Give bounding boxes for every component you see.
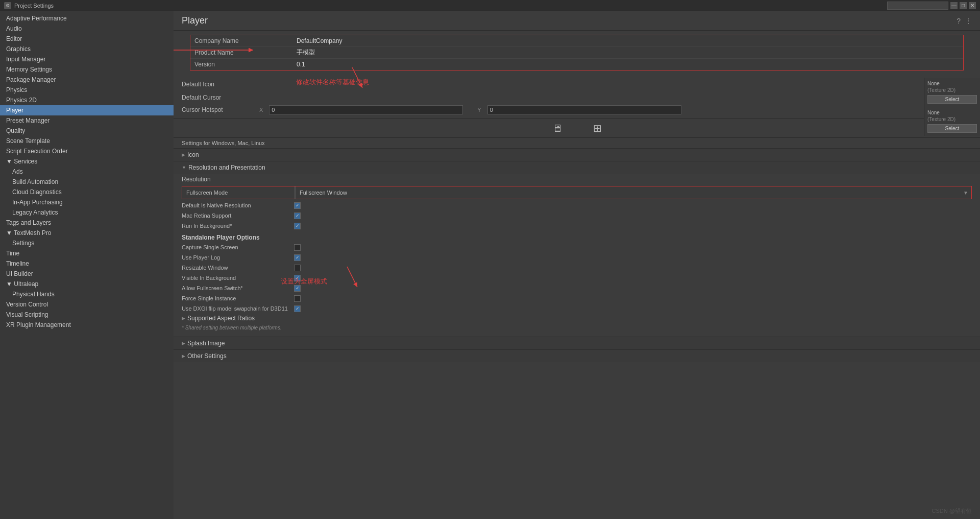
sidebar-item-input-manager[interactable]: Input Manager	[0, 54, 174, 64]
sidebar-item-scene-template[interactable]: Scene Template	[0, 136, 174, 146]
sidebar-item-memory-settings[interactable]: Memory Settings	[0, 64, 174, 75]
platform-tab-desktop[interactable]: 🖥	[552, 123, 562, 134]
sidebar-label-build-automation: Build Automation	[12, 178, 58, 185]
cursor-x-input[interactable]	[269, 105, 463, 114]
resizable-window-label: Resizable Window	[182, 265, 294, 271]
sidebar-item-tags-layers[interactable]: Tags and Layers	[0, 218, 174, 228]
sidebar-label-in-app-purchasing: In-App Purchasing	[12, 199, 63, 206]
sidebar-label-package-manager: Package Manager	[6, 76, 56, 83]
sidebar-item-xr-plugin[interactable]: XR Plugin Management	[0, 320, 174, 330]
sidebar-item-ui-builder[interactable]: UI Builder	[0, 269, 174, 279]
aspect-ratios-row[interactable]: ▶ Supported Aspect Ratios	[182, 314, 972, 323]
dxgi-flip-label: Use DXGI flip model swapchain for D3D11	[182, 305, 294, 312]
help-button[interactable]: ?	[957, 17, 961, 25]
run-in-background-label: Run In Background*	[182, 223, 294, 229]
main-container: Adaptive Performance Audio Editor Graphi…	[0, 11, 980, 519]
cursor-hotspot-row: Cursor Hotspot X Y	[174, 103, 980, 116]
sidebar-item-in-app-purchasing[interactable]: In-App Purchasing	[0, 197, 174, 207]
resolution-title: Resolution	[182, 174, 972, 185]
sidebar-item-script-execution[interactable]: Script Execution Order	[0, 146, 174, 156]
sidebar-item-ads[interactable]: Ads	[0, 167, 174, 177]
sidebar-item-editor[interactable]: Editor	[0, 34, 174, 44]
mac-retina-checkbox[interactable]: ✓	[294, 213, 301, 219]
fullscreen-mode-select[interactable]: Fullscreen Window Exclusive Fullscreen M…	[295, 186, 960, 199]
shared-note: * Shared setting between multiple platfo…	[182, 323, 972, 333]
app-title: Project Settings	[14, 3, 54, 9]
platform-tabs: 🖥 ⊞	[174, 119, 980, 138]
sidebar-label-adaptive: Adaptive Performance	[6, 15, 67, 22]
sidebar-label-visual-scripting: Visual Scripting	[6, 311, 48, 318]
other-settings-header[interactable]: ▶ Other Settings	[174, 349, 980, 362]
resolution-section-header[interactable]: ▼ Resolution and Presentation	[174, 161, 980, 174]
icon-section-header[interactable]: ▶ Icon	[174, 148, 980, 161]
visible-in-background-checkbox[interactable]: ✓	[294, 275, 301, 281]
allow-fullscreen-switch-checkbox[interactable]: ✓	[294, 285, 301, 292]
cb-visible-in-background: Visible In Background ✓	[182, 273, 972, 283]
platform-icon-desktop: 🖥	[552, 123, 562, 134]
splash-image-header[interactable]: ▶ Splash Image	[174, 337, 980, 349]
cursor-y-input[interactable]	[487, 105, 681, 114]
sidebar-item-version-control[interactable]: Version Control	[0, 299, 174, 310]
sidebar-item-legacy-analytics[interactable]: Legacy Analytics	[0, 207, 174, 218]
titlebar-search-input[interactable]	[887, 2, 948, 10]
capture-single-screen-checkbox[interactable]	[294, 244, 301, 251]
sidebar-label-preset-manager: Preset Manager	[6, 117, 50, 124]
sidebar-item-quality[interactable]: Quality	[0, 126, 174, 136]
company-name-value: DefaultCompany	[292, 36, 963, 46]
info-row-product: Product Name 手模型	[190, 46, 963, 59]
default-cursor-section: Default Cursor	[174, 90, 980, 103]
sidebar-item-player[interactable]: Player	[0, 105, 174, 115]
platform-icon-windows: ⊞	[593, 122, 602, 134]
close-button[interactable]: ✕	[969, 2, 976, 9]
sidebar-item-textmesh-pro[interactable]: ▼ TextMesh Pro	[0, 228, 174, 238]
force-single-instance-checkbox[interactable]	[294, 295, 301, 302]
sidebar-label-ultraleap: ▼ Ultraleap	[6, 280, 38, 288]
native-resolution-checkbox[interactable]: ✓	[294, 202, 301, 209]
sidebar-item-time[interactable]: Time	[0, 248, 174, 258]
standalone-title: Standalone Player Options	[182, 231, 972, 242]
sidebar-item-preset-manager[interactable]: Preset Manager	[0, 115, 174, 126]
mac-retina-label: Mac Retina Support	[182, 213, 294, 219]
right-panel-texture2d1: (Texture 2D)	[927, 87, 977, 93]
sidebar-label-ads: Ads	[12, 168, 23, 175]
sidebar-label-tags-layers: Tags and Layers	[6, 219, 51, 226]
cursor-x-label: X	[259, 107, 263, 113]
sidebar-item-physics[interactable]: Physics	[0, 85, 174, 95]
maximize-button[interactable]: □	[960, 2, 967, 9]
sidebar-label-physical-hands: Physical Hands	[12, 291, 55, 298]
run-in-background-checkbox[interactable]: ✓	[294, 223, 301, 229]
sidebar: Adaptive Performance Audio Editor Graphi…	[0, 11, 174, 519]
sidebar-item-services[interactable]: ▼ Services	[0, 156, 174, 167]
resizable-window-checkbox[interactable]	[294, 265, 301, 271]
aspect-ratios-label: Supported Aspect Ratios	[187, 315, 255, 322]
right-panel-none1: None	[927, 81, 977, 86]
sidebar-item-audio[interactable]: Audio	[0, 23, 174, 34]
more-options-button[interactable]: ⋮	[965, 17, 972, 25]
info-table: Company Name DefaultCompany Product Name…	[190, 35, 964, 70]
force-single-instance-label: Force Single Instance	[182, 295, 294, 301]
cb-use-player-log: Use Player Log ✓	[182, 252, 972, 263]
sidebar-label-timeline: Timeline	[6, 260, 29, 267]
sidebar-item-ultraleap[interactable]: ▼ Ultraleap	[0, 279, 174, 289]
use-player-log-checkbox[interactable]: ✓	[294, 254, 301, 261]
titlebar-left: ⚙ Project Settings	[4, 2, 54, 9]
minimize-button[interactable]: —	[950, 2, 958, 9]
sidebar-item-graphics[interactable]: Graphics	[0, 44, 174, 54]
cb-capture-single-screen: Capture Single Screen	[182, 242, 972, 252]
sidebar-item-physical-hands[interactable]: Physical Hands	[0, 289, 174, 299]
platform-tab-windows[interactable]: ⊞	[593, 122, 602, 134]
sidebar-item-settings[interactable]: Settings	[0, 238, 174, 248]
app-icon: ⚙	[4, 2, 11, 9]
dxgi-flip-checkbox[interactable]: ✓	[294, 305, 301, 312]
sidebar-item-cloud-diagnostics[interactable]: Cloud Diagnostics	[0, 187, 174, 197]
sidebar-item-adaptive[interactable]: Adaptive Performance	[0, 13, 174, 23]
right-panel-select2-button[interactable]: Select	[927, 124, 977, 133]
resolution-content: Resolution Fullscreen Mode Fullscreen Wi…	[174, 174, 980, 337]
default-cursor-label: Default Cursor	[182, 92, 972, 103]
sidebar-item-visual-scripting[interactable]: Visual Scripting	[0, 310, 174, 320]
sidebar-item-build-automation[interactable]: Build Automation	[0, 177, 174, 187]
sidebar-item-package-manager[interactable]: Package Manager	[0, 75, 174, 85]
sidebar-item-timeline[interactable]: Timeline	[0, 258, 174, 269]
sidebar-item-physics-2d[interactable]: Physics 2D	[0, 95, 174, 105]
right-panel-select1-button[interactable]: Select	[927, 95, 977, 104]
